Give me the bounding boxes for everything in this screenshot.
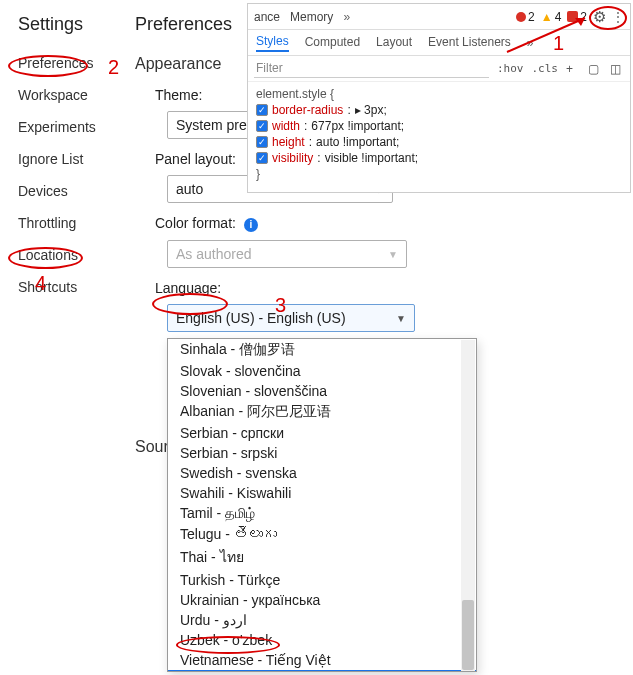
- sidebar-item-shortcuts[interactable]: Shortcuts: [0, 271, 120, 303]
- language-label: Language:: [135, 274, 633, 300]
- sidebar-item-locations[interactable]: Locations: [0, 239, 120, 271]
- sidebar-item-workspace[interactable]: Workspace: [0, 79, 120, 111]
- kebab-icon[interactable]: ⋮: [612, 10, 624, 24]
- css-close-brace: }: [256, 166, 622, 182]
- language-option[interactable]: Serbian - srpski: [168, 443, 476, 463]
- cls-chip[interactable]: .cls: [532, 62, 559, 75]
- chevron-down-icon: ▼: [396, 313, 406, 324]
- language-option[interactable]: Swedish - svenska: [168, 463, 476, 483]
- checkbox-icon[interactable]: ✓: [256, 104, 268, 116]
- language-option[interactable]: Slovenian - slovenščina: [168, 381, 476, 401]
- language-option[interactable]: Thai - ไทย: [168, 544, 476, 570]
- language-option[interactable]: Urdu - اردو: [168, 610, 476, 630]
- devtools-topbar: ance Memory » 2 ▲4 2 ⚙ ⋮: [248, 4, 630, 30]
- language-option[interactable]: Swahili - Kiswahili: [168, 483, 476, 503]
- more-tabs-icon[interactable]: »: [343, 10, 350, 24]
- hov-chip[interactable]: :hov: [497, 62, 524, 75]
- language-dropdown[interactable]: Sinhala - 僧伽罗语 Slovak - slovenčina Slove…: [167, 338, 477, 672]
- css-rule[interactable]: ✓width: 677px !important;: [256, 118, 622, 134]
- filter-input[interactable]: Filter: [254, 59, 489, 78]
- language-option[interactable]: Albanian - 阿尔巴尼亚语: [168, 401, 476, 423]
- subtab-event-listeners[interactable]: Event Listeners: [428, 35, 511, 51]
- warning-badge[interactable]: ▲4: [541, 10, 562, 24]
- language-option[interactable]: Ukrainian - українська: [168, 590, 476, 610]
- language-option-selected[interactable]: Chinese - 中文: [168, 670, 476, 672]
- settings-title: Settings: [0, 0, 120, 47]
- more-subtabs-icon[interactable]: »: [527, 36, 534, 50]
- devtools-panel: ance Memory » 2 ▲4 2 ⚙ ⋮ Styles Computed…: [247, 3, 631, 193]
- sidebar-item-preferences[interactable]: Preferences: [0, 47, 120, 79]
- color-format-value: As authored: [176, 246, 252, 262]
- info-icon[interactable]: i: [244, 218, 258, 232]
- sidebar-item-experiments[interactable]: Experiments: [0, 111, 120, 143]
- sidebar-item-ignore-list[interactable]: Ignore List: [0, 143, 120, 175]
- color-format-select[interactable]: As authored ▼: [167, 240, 407, 268]
- dock-icon[interactable]: ◫: [610, 62, 624, 76]
- css-rule[interactable]: ✓visibility: visible !important;: [256, 150, 622, 166]
- devtools-subtabs: Styles Computed Layout Event Listeners »: [248, 30, 630, 56]
- devtools-filterbar: Filter :hov .cls + ▢ ◫: [248, 56, 630, 82]
- devtools-tab[interactable]: ance: [254, 10, 280, 24]
- css-rule[interactable]: ✓height: auto !important;: [256, 134, 622, 150]
- language-option[interactable]: Vietnamese - Tiếng Việt: [168, 650, 476, 670]
- color-format-label: Color format: i: [135, 209, 633, 236]
- subtab-computed[interactable]: Computed: [305, 35, 360, 51]
- checkbox-icon[interactable]: ✓: [256, 152, 268, 164]
- chevron-down-icon: ▼: [388, 249, 398, 260]
- language-select[interactable]: English (US) - English (US) ▼: [167, 304, 415, 332]
- sidebar-item-throttling[interactable]: Throttling: [0, 207, 120, 239]
- css-rule[interactable]: ✓border-radius: ▸ 3px;: [256, 102, 622, 118]
- ext-badge[interactable]: 2: [567, 10, 587, 24]
- subtab-layout[interactable]: Layout: [376, 35, 412, 51]
- checkbox-icon[interactable]: ✓: [256, 120, 268, 132]
- scrollbar[interactable]: [461, 340, 475, 672]
- gear-icon[interactable]: ⚙: [593, 8, 606, 26]
- language-option[interactable]: Tamil - தமிழ்: [168, 503, 476, 524]
- language-option[interactable]: Telugu - తెలుగు: [168, 524, 476, 544]
- plus-icon[interactable]: +: [566, 62, 580, 76]
- language-option[interactable]: Uzbek - o'zbek: [168, 630, 476, 650]
- language-value: English (US) - English (US): [176, 310, 346, 326]
- error-badge[interactable]: 2: [516, 10, 535, 24]
- settings-sidebar: Settings Preferences Workspace Experimen…: [0, 0, 120, 675]
- css-selector: element.style {: [256, 86, 622, 102]
- devtools-tab-memory[interactable]: Memory: [290, 10, 333, 24]
- language-option[interactable]: Turkish - Türkçe: [168, 570, 476, 590]
- panel-layout-value: auto: [176, 181, 203, 197]
- subtab-styles[interactable]: Styles: [256, 34, 289, 52]
- language-option[interactable]: Serbian - српски: [168, 423, 476, 443]
- scrollbar-thumb[interactable]: [462, 600, 474, 670]
- language-option[interactable]: Slovak - slovenčina: [168, 361, 476, 381]
- language-option[interactable]: Sinhala - 僧伽罗语: [168, 339, 476, 361]
- checkbox-icon[interactable]: ✓: [256, 136, 268, 148]
- color-format-label-text: Color format:: [155, 215, 236, 231]
- devtools-styles-body: element.style { ✓border-radius: ▸ 3px; ✓…: [248, 82, 630, 186]
- sidebar-item-devices[interactable]: Devices: [0, 175, 120, 207]
- screenshot-icon[interactable]: ▢: [588, 62, 602, 76]
